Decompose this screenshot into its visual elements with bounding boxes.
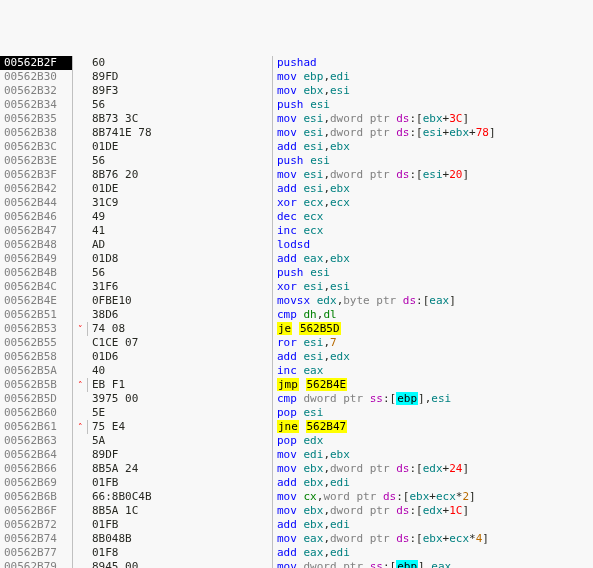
bytes-cell: 41 xyxy=(88,224,273,238)
disasm-row[interactable]: 00562B7701F8add eax,edi xyxy=(0,546,593,560)
disasm-cell: push esi xyxy=(273,154,593,168)
disasm-row[interactable]: 00562B748B048Bmov eax,dword ptr ds:[ebx+… xyxy=(0,532,593,546)
disasm-row[interactable]: 00562B3C01DEadd esi,ebx xyxy=(0,140,593,154)
disasm-row[interactable]: 00562B798945 00mov dword ptr ss:[ebp],ea… xyxy=(0,560,593,568)
bytes-cell: 01DE xyxy=(88,140,273,154)
disasm-row[interactable]: 00562B388B741E 78mov esi,dword ptr ds:[e… xyxy=(0,126,593,140)
disasm-cell: inc eax xyxy=(273,364,593,378)
jump-arrow: ˄ xyxy=(73,378,88,392)
disasm-row[interactable]: 00562B48ADlodsd xyxy=(0,238,593,252)
bytes-cell: 8945 00 xyxy=(88,560,273,568)
address-cell: 00562B69 xyxy=(0,476,73,490)
disasm-cell: add esi,edx xyxy=(273,350,593,364)
jump-arrow: ˅ xyxy=(73,322,88,336)
bytes-cell: 8B76 20 xyxy=(88,168,273,182)
disasm-cell: mov esi,dword ptr ds:[ebx+3C] xyxy=(273,112,593,126)
disasm-cell: add ebx,edi xyxy=(273,476,593,490)
disasm-row[interactable]: 00562B4649dec ecx xyxy=(0,210,593,224)
disasm-row[interactable]: 00562B6F8B5A 1Cmov ebx,dword ptr ds:[edx… xyxy=(0,504,593,518)
address-cell: 00562B5B xyxy=(0,378,73,392)
disasm-row[interactable]: 00562B3456push esi xyxy=(0,98,593,112)
disasm-cell: dec ecx xyxy=(273,210,593,224)
bytes-cell: 01D6 xyxy=(88,350,273,364)
bytes-cell: 5A xyxy=(88,434,273,448)
disasm-row[interactable]: 00562B3289F3mov ebx,esi xyxy=(0,84,593,98)
disasm-row[interactable]: 00562B7201FBadd ebx,edi xyxy=(0,518,593,532)
disasm-row[interactable]: 00562B605Epop esi xyxy=(0,406,593,420)
bytes-cell: EB F1 xyxy=(88,378,273,392)
address-cell: 00562B3F xyxy=(0,168,73,182)
disasm-cell: mov esi,dword ptr ds:[esi+20] xyxy=(273,168,593,182)
disasm-row[interactable]: 00562B5A40inc eax xyxy=(0,364,593,378)
bytes-cell: 56 xyxy=(88,98,273,112)
address-cell: 00562B6F xyxy=(0,504,73,518)
address-cell: 00562B60 xyxy=(0,406,73,420)
disasm-cell: push esi xyxy=(273,98,593,112)
disasm-cell: cmp dh,dl xyxy=(273,308,593,322)
bytes-cell: AD xyxy=(88,238,273,252)
disasm-row[interactable]: 00562B6901FBadd ebx,edi xyxy=(0,476,593,490)
disasm-row[interactable]: 00562B4901D8add eax,ebx xyxy=(0,252,593,266)
bytes-cell: 01DE xyxy=(88,182,273,196)
disasm-row[interactable]: 00562B4431C9xor ecx,ecx xyxy=(0,196,593,210)
disasm-cell: pop edx xyxy=(273,434,593,448)
address-cell: 00562B2F xyxy=(0,56,73,70)
disasm-row[interactable]: 00562B4201DEadd esi,ebx xyxy=(0,182,593,196)
disasm-cell: ror esi,7 xyxy=(273,336,593,350)
address-cell: 00562B61 xyxy=(0,420,73,434)
disasm-row[interactable]: 00562B4C31F6xor esi,esi xyxy=(0,280,593,294)
disasm-row[interactable]: 00562B358B73 3Cmov esi,dword ptr ds:[ebx… xyxy=(0,112,593,126)
address-cell: 00562B48 xyxy=(0,238,73,252)
address-cell: 00562B4B xyxy=(0,266,73,280)
disasm-row[interactable]: 00562B4741inc ecx xyxy=(0,224,593,238)
disasm-row[interactable]: 00562B4B56push esi xyxy=(0,266,593,280)
address-cell: 00562B49 xyxy=(0,252,73,266)
address-cell: 00562B64 xyxy=(0,448,73,462)
disasm-row[interactable]: 00562B3F8B76 20mov esi,dword ptr ds:[esi… xyxy=(0,168,593,182)
disasm-row[interactable]: 00562B6489DFmov edi,ebx xyxy=(0,448,593,462)
disasm-row[interactable]: 00562B5D3975 00cmp dword ptr ss:[ebp],es… xyxy=(0,392,593,406)
disasm-row[interactable]: 00562B2F60pushad xyxy=(0,56,593,70)
bytes-cell: 8B741E 78 xyxy=(88,126,273,140)
bytes-cell: 89DF xyxy=(88,448,273,462)
address-cell: 00562B79 xyxy=(0,560,73,568)
address-cell: 00562B63 xyxy=(0,434,73,448)
bytes-cell: 56 xyxy=(88,266,273,280)
bytes-cell: 31F6 xyxy=(88,280,273,294)
disasm-row[interactable]: 00562B5138D6cmp dh,dl xyxy=(0,308,593,322)
address-cell: 00562B4E xyxy=(0,294,73,308)
disasm-cell: mov ebx,dword ptr ds:[edx+24] xyxy=(273,462,593,476)
disasm-row[interactable]: 00562B53˅74 08je 562B5D xyxy=(0,322,593,336)
address-cell: 00562B72 xyxy=(0,518,73,532)
disasm-row[interactable]: 00562B61˄75 E4jne 562B47 xyxy=(0,420,593,434)
disasm-cell: mov dword ptr ss:[ebp],eax xyxy=(273,560,593,568)
address-cell: 00562B55 xyxy=(0,336,73,350)
address-cell: 00562B51 xyxy=(0,308,73,322)
bytes-cell: 89F3 xyxy=(88,84,273,98)
disasm-row[interactable]: 00562B4E0FBE10movsx edx,byte ptr ds:[eax… xyxy=(0,294,593,308)
disasm-cell: add ebx,edi xyxy=(273,518,593,532)
disasm-row[interactable]: 00562B3089FDmov ebp,edi xyxy=(0,70,593,84)
disasm-row[interactable]: 00562B635Apop edx xyxy=(0,434,593,448)
bytes-cell: 89FD xyxy=(88,70,273,84)
address-cell: 00562B30 xyxy=(0,70,73,84)
disasm-row[interactable]: 00562B55C1CE 07ror esi,7 xyxy=(0,336,593,350)
address-cell: 00562B77 xyxy=(0,546,73,560)
address-cell: 00562B66 xyxy=(0,462,73,476)
address-cell: 00562B38 xyxy=(0,126,73,140)
disasm-row[interactable]: 00562B5801D6add esi,edx xyxy=(0,350,593,364)
bytes-cell: 5E xyxy=(88,406,273,420)
address-cell: 00562B74 xyxy=(0,532,73,546)
disasm-cell: mov ebp,edi xyxy=(273,70,593,84)
disasm-row[interactable]: 00562B668B5A 24mov ebx,dword ptr ds:[edx… xyxy=(0,462,593,476)
bytes-cell: 8B5A 1C xyxy=(88,504,273,518)
bytes-cell: 60 xyxy=(88,56,273,70)
disasm-cell: pop esi xyxy=(273,406,593,420)
disasm-row[interactable]: 00562B5B˄EB F1jmp 562B4E xyxy=(0,378,593,392)
disasm-row[interactable]: 00562B3E56push esi xyxy=(0,154,593,168)
address-cell: 00562B34 xyxy=(0,98,73,112)
bytes-cell: 01D8 xyxy=(88,252,273,266)
disasm-cell: xor ecx,ecx xyxy=(273,196,593,210)
disasm-row[interactable]: 00562B6B66:8B0C4Bmov cx,word ptr ds:[ebx… xyxy=(0,490,593,504)
address-cell: 00562B44 xyxy=(0,196,73,210)
